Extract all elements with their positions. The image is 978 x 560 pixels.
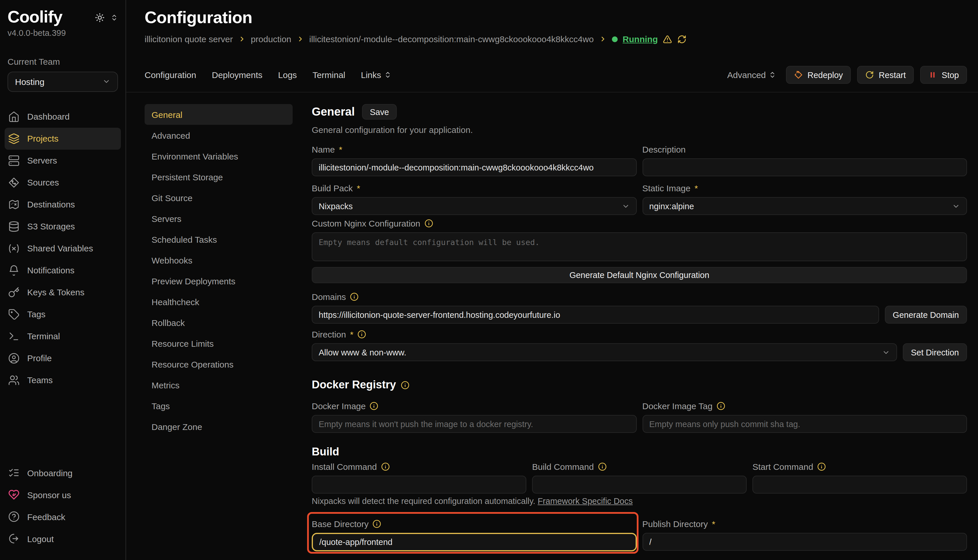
theme-chevrons-icon[interactable] <box>110 14 118 22</box>
build-command-input[interactable] <box>532 476 747 493</box>
subnav-item-resource-operations[interactable]: Resource Operations <box>145 354 293 375</box>
subnav-item-scheduled-tasks[interactable]: Scheduled Tasks <box>145 229 293 250</box>
breadcrumb-project[interactable]: illicitonion quote server <box>145 34 233 44</box>
subnav-item-advanced[interactable]: Advanced <box>145 125 293 146</box>
redeploy-button[interactable]: Redeploy <box>786 66 851 84</box>
subnav-item-healthcheck[interactable]: Healthcheck <box>145 291 293 312</box>
subnav-item-danger-zone[interactable]: Danger Zone <box>145 416 293 437</box>
sidebar-item-label: Servers <box>27 156 57 165</box>
advanced-dropdown[interactable]: Advanced <box>727 70 776 80</box>
list-checks-icon <box>8 467 20 478</box>
set-direction-button[interactable]: Set Direction <box>903 343 967 361</box>
users-icon <box>8 375 20 386</box>
tab-terminal[interactable]: Terminal <box>313 70 345 80</box>
theme-sun-icon[interactable] <box>95 13 105 23</box>
info-icon[interactable] <box>424 219 433 228</box>
content: General Advanced Environment Variables P… <box>145 92 967 560</box>
info-icon[interactable] <box>373 520 381 528</box>
info-icon[interactable] <box>401 380 409 389</box>
refresh-icon[interactable] <box>677 34 687 43</box>
subnav-item-git-source[interactable]: Git Source <box>145 187 293 208</box>
static-image-select[interactable]: nginx:alpine <box>642 197 967 215</box>
tab-deployments[interactable]: Deployments <box>212 70 262 80</box>
sidebar-item-dashboard[interactable]: Dashboard <box>5 106 121 128</box>
subnav-item-servers[interactable]: Servers <box>145 208 293 229</box>
build-pack-select[interactable]: Nixpacks <box>312 197 637 215</box>
info-icon[interactable] <box>370 402 378 410</box>
team-select[interactable]: Hosting <box>8 72 118 92</box>
publish-directory-input[interactable] <box>642 533 967 551</box>
sidebar-item-logout[interactable]: Logout <box>5 528 121 550</box>
sidebar-item-label: Terminal <box>27 332 60 341</box>
sidebar-item-notifications[interactable]: Notifications <box>5 260 121 282</box>
sidebar-item-sponsor-us[interactable]: Sponsor us <box>5 484 121 506</box>
sidebar-item-keys-tokens[interactable]: Keys & Tokens <box>5 282 121 303</box>
subnav-item-preview-deployments[interactable]: Preview Deployments <box>145 270 293 291</box>
base-directory-label: Base Directory <box>312 518 637 530</box>
generate-domain-button[interactable]: Generate Domain <box>884 306 967 323</box>
subnav-item-tags[interactable]: Tags <box>145 395 293 416</box>
tab-links[interactable]: Links <box>361 70 391 80</box>
subnav-item-general[interactable]: General <box>145 104 293 125</box>
sidebar-item-label: Notifications <box>27 265 74 275</box>
sidebar-item-sources[interactable]: Sources <box>5 172 121 193</box>
docker-image-label: Docker Image <box>312 400 637 412</box>
domains-input[interactable] <box>312 306 879 323</box>
description-input[interactable] <box>642 158 967 176</box>
info-icon[interactable] <box>358 330 366 339</box>
docker-image-tag-input[interactable] <box>642 415 967 433</box>
sidebar-item-servers[interactable]: Servers <box>5 150 121 172</box>
direction-select[interactable]: Allow www & non-www. <box>312 343 897 361</box>
sidebar-item-feedback[interactable]: Feedback <box>5 506 121 528</box>
name-input[interactable] <box>312 158 637 176</box>
start-command-input[interactable] <box>752 476 967 493</box>
tab-logs[interactable]: Logs <box>278 70 297 80</box>
tab-configuration[interactable]: Configuration <box>145 70 196 80</box>
install-command-input[interactable] <box>312 476 526 493</box>
subnav-item-webhooks[interactable]: Webhooks <box>145 250 293 270</box>
sidebar-item-projects[interactable]: Projects <box>5 128 121 150</box>
docker-image-input[interactable] <box>312 415 637 433</box>
subnav-item-rollback[interactable]: Rollback <box>145 312 293 333</box>
build-command-label: Build Command <box>532 461 747 473</box>
top-nav-row: Configuration Deployments Logs Terminal … <box>126 66 978 92</box>
docker-image-tag-label: Docker Image Tag <box>642 400 967 412</box>
sidebar-item-label: Shared Variables <box>27 243 93 253</box>
sidebar-footer-nav: Onboarding Sponsor us Feedback Logout <box>5 462 121 550</box>
info-icon[interactable] <box>350 292 359 301</box>
subnav-item-resource-limits[interactable]: Resource Limits <box>145 333 293 354</box>
breadcrumb-application[interactable]: illicitestonion/-module--decomposition:m… <box>309 34 593 44</box>
status-dot <box>612 36 617 42</box>
sidebar-item-shared-variables[interactable]: Shared Variables <box>5 238 121 260</box>
sidebar-item-destinations[interactable]: Destinations <box>5 193 121 215</box>
info-icon[interactable] <box>717 402 725 410</box>
subnav-item-persistent-storage[interactable]: Persistent Storage <box>145 167 293 187</box>
sidebar-item-onboarding[interactable]: Onboarding <box>5 462 121 484</box>
sidebar-item-label: Sponsor us <box>27 490 71 500</box>
info-icon[interactable] <box>598 462 607 471</box>
sidebar-item-teams[interactable]: Teams <box>5 369 121 391</box>
base-directory-input[interactable] <box>312 533 637 551</box>
status-running-link[interactable]: Running <box>623 34 658 44</box>
breadcrumb-environment[interactable]: production <box>251 34 291 44</box>
sidebar-item-tags[interactable]: Tags <box>5 303 121 325</box>
sidebar-item-terminal[interactable]: Terminal <box>5 325 121 347</box>
info-icon[interactable] <box>381 462 390 471</box>
generate-nginx-button[interactable]: Generate Default Nginx Configuration <box>312 267 967 283</box>
framework-docs-link[interactable]: Framework Specific Docs <box>538 497 633 506</box>
custom-nginx-textarea[interactable] <box>312 232 967 261</box>
subnav-item-environment-variables[interactable]: Environment Variables <box>145 146 293 167</box>
info-icon[interactable] <box>817 462 826 471</box>
main-area: Configuration illicitonion quote server … <box>126 0 978 560</box>
sidebar-item-profile[interactable]: Profile <box>5 347 121 369</box>
static-image-label: Static Image* <box>642 182 967 194</box>
warning-triangle-icon[interactable] <box>663 34 672 43</box>
sidebar-item-s3-storages[interactable]: S3 Storages <box>5 215 121 238</box>
direction-value: Allow www & non-www. <box>319 348 406 357</box>
install-command-label: Install Command <box>312 461 526 473</box>
restart-button[interactable]: Restart <box>858 66 914 84</box>
subnav-item-metrics[interactable]: Metrics <box>145 375 293 395</box>
stop-button[interactable]: Stop <box>920 66 967 84</box>
layers-icon <box>8 133 20 145</box>
save-button[interactable]: Save <box>362 104 396 120</box>
